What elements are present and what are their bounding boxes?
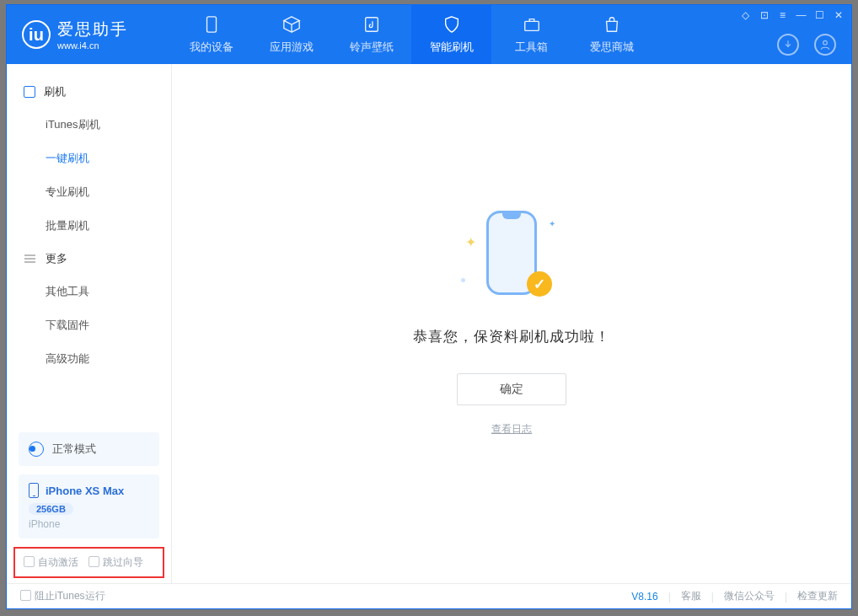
phone-small-icon [29, 483, 39, 498]
version-label: V8.16 [631, 591, 657, 603]
user-icon [819, 39, 831, 51]
device-outline-icon [24, 86, 35, 98]
section-flash-header: 刷机 [7, 76, 171, 108]
sidebar-item-other-tools[interactable]: 其他工具 [7, 275, 171, 308]
dot-icon [461, 278, 465, 282]
success-message: 恭喜您，保资料刷机成功啦！ [413, 327, 610, 346]
mode-label: 正常模式 [52, 442, 96, 457]
minimize-button[interactable]: — [795, 8, 807, 21]
maximize-button[interactable]: ☐ [813, 8, 826, 21]
svg-point-3 [823, 40, 828, 45]
sidebar-item-firmware[interactable]: 下载固件 [7, 308, 171, 342]
svg-rect-2 [524, 21, 539, 30]
close-button[interactable]: ✕ [832, 8, 845, 21]
svg-rect-0 [206, 16, 216, 31]
success-graphic: ✦ ✦ ✓ [461, 211, 562, 312]
checkbox-icon [20, 590, 31, 601]
auto-activate-option[interactable]: 自动激活 [24, 555, 78, 570]
header: iu 爱思助手 www.i4.cn 我的设备 应用游戏 铃声壁纸 智能刷机 [7, 5, 851, 64]
tab-store[interactable]: 爱思商城 [571, 5, 652, 64]
checkbox-icon [88, 556, 99, 567]
tab-ringtones[interactable]: 铃声壁纸 [331, 5, 411, 64]
section-more-header: 更多 [7, 243, 171, 275]
block-itunes-option[interactable]: 阻止iTunes运行 [20, 589, 105, 603]
wechat-link[interactable]: 微信公众号 [724, 589, 775, 603]
tab-toolbox[interactable]: 工具箱 [491, 5, 571, 64]
body: 刷机 iTunes刷机 一键刷机 专业刷机 批量刷机 更多 其他工具 下载固件 … [7, 64, 851, 583]
sidebar: 刷机 iTunes刷机 一键刷机 专业刷机 批量刷机 更多 其他工具 下载固件 … [7, 64, 172, 583]
checkbox-icon [24, 556, 35, 567]
ok-button[interactable]: 确定 [457, 373, 566, 405]
logo: iu 爱思助手 www.i4.cn [7, 5, 171, 64]
note-icon [362, 15, 381, 34]
main-content: ✦ ✦ ✓ 恭喜您，保资料刷机成功啦！ 确定 查看日志 [172, 64, 851, 583]
sidebar-item-batch[interactable]: 批量刷机 [7, 209, 171, 243]
sparkle-icon: ✦ [465, 234, 476, 250]
highlighted-options: 自动激活 跳过向导 [13, 547, 164, 578]
mode-box[interactable]: 正常模式 [19, 432, 159, 466]
app-title: 爱思助手 [57, 19, 128, 40]
support-link[interactable]: 客服 [681, 589, 701, 603]
menu-icon[interactable]: ≡ [776, 8, 789, 21]
check-update-link[interactable]: 检查更新 [797, 589, 838, 603]
device-box[interactable]: iPhone XS Max 256GB iPhone [19, 474, 159, 538]
user-button[interactable] [814, 34, 836, 56]
device-type: iPhone [29, 518, 149, 530]
shield-icon [442, 15, 461, 34]
hamburger-icon [24, 258, 35, 260]
sidebar-item-advanced[interactable]: 高级功能 [7, 342, 171, 376]
cube-icon [282, 15, 301, 34]
download-arrow-icon [782, 39, 794, 51]
download-button[interactable] [777, 34, 799, 56]
sidebar-nav: 刷机 iTunes刷机 一键刷机 专业刷机 批量刷机 更多 其他工具 下载固件 … [7, 64, 171, 432]
storage-badge: 256GB [29, 503, 73, 515]
sparkle-icon: ✦ [549, 219, 555, 228]
phone-icon [202, 15, 221, 34]
skip-guide-option[interactable]: 跳过向导 [88, 555, 143, 570]
top-tabs: 我的设备 应用游戏 铃声壁纸 智能刷机 工具箱 爱思商城 [171, 5, 652, 64]
app-logo-icon: iu [22, 20, 51, 49]
tab-smart-flash[interactable]: 智能刷机 [411, 5, 491, 64]
feedback-icon[interactable]: ⊡ [758, 8, 770, 21]
briefcase-icon [523, 15, 541, 34]
app-subtitle: www.i4.cn [57, 40, 128, 51]
sidebar-item-pro[interactable]: 专业刷机 [7, 175, 171, 209]
status-bar: 阻止iTunes运行 V8.16 | 客服 | 微信公众号 | 检查更新 [7, 583, 851, 608]
skin-icon[interactable]: ◇ [739, 8, 752, 21]
view-log-link[interactable]: 查看日志 [491, 422, 532, 437]
header-right-icons [777, 34, 836, 56]
check-badge-icon: ✓ [527, 271, 552, 297]
app-window: iu 爱思助手 www.i4.cn 我的设备 应用游戏 铃声壁纸 智能刷机 [6, 4, 852, 609]
window-controls: ◇ ⊡ ≡ — ☐ ✕ [739, 8, 845, 21]
bag-icon [603, 15, 621, 34]
svg-rect-1 [365, 17, 378, 31]
tab-apps[interactable]: 应用游戏 [251, 5, 331, 64]
tab-my-device[interactable]: 我的设备 [171, 5, 251, 64]
device-name: iPhone XS Max [46, 485, 124, 497]
sidebar-item-itunes[interactable]: iTunes刷机 [7, 108, 171, 142]
mode-indicator-icon [29, 442, 44, 457]
sidebar-item-onekey[interactable]: 一键刷机 [7, 142, 171, 175]
